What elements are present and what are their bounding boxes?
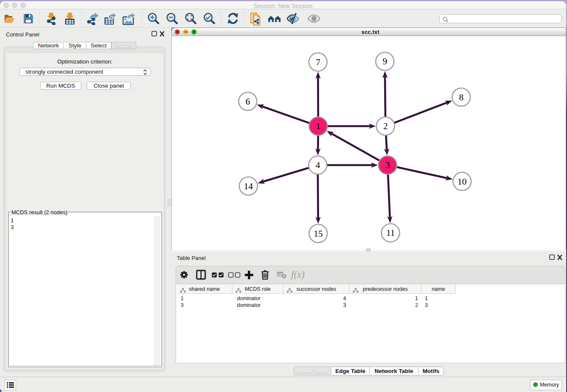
svg-text:14: 14 <box>244 181 253 191</box>
svg-text:15: 15 <box>314 229 323 239</box>
svg-text:6: 6 <box>245 97 250 107</box>
svg-text:11: 11 <box>386 228 395 238</box>
svg-text:10: 10 <box>457 177 467 187</box>
svg-text:3: 3 <box>385 160 390 170</box>
svg-text:7: 7 <box>316 57 320 67</box>
svg-text:1: 1 <box>316 121 321 131</box>
svg-text:2: 2 <box>383 121 388 131</box>
svg-text:8: 8 <box>459 92 464 102</box>
svg-text:9: 9 <box>383 56 387 66</box>
svg-text:4: 4 <box>316 160 320 170</box>
